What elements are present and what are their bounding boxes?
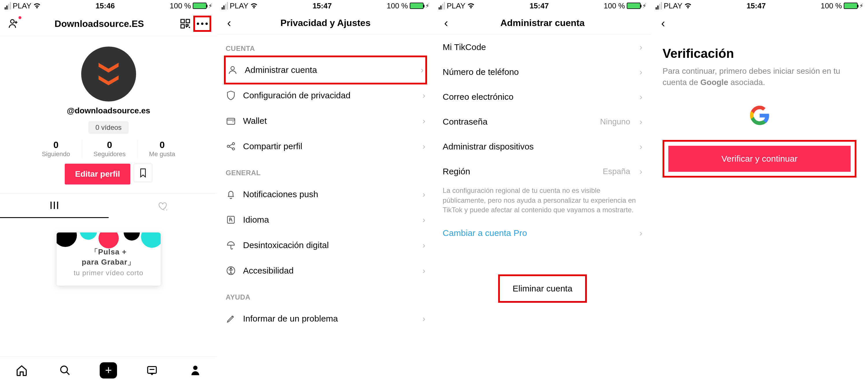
shield-icon	[226, 90, 236, 100]
umbrella-icon	[226, 240, 236, 250]
nav-inbox-icon[interactable]	[143, 362, 161, 379]
row-pro[interactable]: Cambiar a cuenta Pro ›	[434, 220, 651, 245]
row-report[interactable]: Informar de un problema ›	[217, 306, 434, 331]
battery-icon	[193, 3, 207, 9]
wifi-icon	[467, 3, 475, 9]
battery-icon	[844, 3, 858, 9]
username-label: @downloadsource.es	[0, 106, 217, 115]
section-ayuda: AYUDA	[217, 284, 434, 306]
row-wallet[interactable]: Wallet ›	[217, 108, 434, 134]
charging-icon: ⚡︎	[859, 2, 863, 9]
row-accessibility[interactable]: Accesibilidad ›	[217, 258, 434, 284]
status-time: 15:46	[96, 1, 115, 10]
svg-point-11	[141, 233, 161, 248]
svg-point-10	[124, 233, 140, 241]
chevron-right-icon: ›	[423, 90, 425, 100]
verify-continue-button[interactable]: Verificar y continuar	[668, 146, 851, 172]
decorative-blobs	[57, 233, 161, 250]
row-share[interactable]: Compartir perfil ›	[217, 134, 434, 159]
nav-search-icon[interactable]	[56, 362, 74, 379]
chevron-right-icon: ›	[423, 116, 425, 126]
row-manage-account[interactable]: Administrar cuenta ›	[224, 56, 427, 84]
verification-title: Verificación	[662, 46, 857, 61]
tab-liked[interactable]	[108, 194, 217, 218]
svg-point-4	[197, 23, 199, 25]
add-user-icon[interactable]	[7, 17, 20, 30]
stat-following[interactable]: 0 Siguiendo	[30, 140, 82, 158]
panel-verification: PLAY 15:47 100 %⚡︎ ‹ Verificación Para c…	[651, 0, 868, 384]
verification-description: Para continuar, primero debes iniciar se…	[662, 65, 857, 88]
chevron-right-icon: ›	[640, 167, 642, 176]
bookmark-button[interactable]	[134, 164, 152, 182]
row-password[interactable]: Contraseña Ninguno ›	[434, 109, 651, 134]
record-tip-card: 「Pulsa + para Grabar」 tu primer vídeo co…	[57, 233, 161, 286]
svg-point-22	[230, 268, 232, 269]
wifi-icon	[33, 3, 41, 9]
video-count-pill[interactable]: 0 vídeos	[88, 121, 129, 134]
back-button[interactable]: ‹	[657, 17, 670, 29]
edit-profile-button[interactable]: Editar perfil	[65, 164, 131, 184]
row-phone[interactable]: Número de teléfono ›	[434, 60, 651, 84]
svg-point-15	[231, 66, 234, 70]
nav-home-icon[interactable]	[13, 362, 30, 379]
section-general: GENERAL	[217, 159, 434, 182]
person-icon	[227, 65, 238, 75]
svg-point-7	[57, 233, 77, 247]
svg-point-12	[61, 366, 67, 373]
share-icon	[226, 141, 236, 151]
nav-header: ‹ Administrar cuenta	[434, 11, 651, 35]
svg-rect-1	[181, 19, 184, 23]
tab-grid[interactable]	[0, 194, 108, 218]
svg-point-0	[11, 20, 14, 23]
back-button[interactable]: ‹	[223, 17, 236, 29]
content-tabs	[0, 193, 217, 218]
chevron-right-icon: ›	[423, 266, 425, 275]
status-bar: PLAY 15:47 100 %⚡︎	[217, 0, 434, 11]
profile-header: Downloadsource.ES	[0, 11, 217, 36]
row-devices[interactable]: Administrar dispositivos ›	[434, 134, 651, 159]
chevron-right-icon: ›	[640, 67, 642, 77]
svg-rect-2	[186, 19, 190, 23]
row-privacy[interactable]: Configuración de privacidad ›	[217, 83, 434, 108]
svg-point-5	[201, 23, 204, 25]
signal-icon	[5, 2, 11, 9]
signal-icon	[222, 2, 228, 9]
panel-profile: PLAY 15:46 100 % ⚡︎ Downloadsource.ES @d…	[0, 0, 217, 384]
profile-avatar[interactable]	[81, 47, 136, 101]
qr-icon[interactable]	[179, 17, 192, 30]
status-bar: PLAY 15:47 100 %⚡︎	[651, 0, 868, 11]
nav-profile-icon[interactable]	[187, 362, 204, 379]
carrier-label: PLAY	[13, 1, 31, 10]
back-button[interactable]: ‹	[440, 17, 453, 29]
nav-header: ‹ Privacidad y Ajustes	[217, 11, 434, 35]
wifi-icon	[250, 3, 258, 9]
battery-icon	[627, 3, 641, 9]
row-language[interactable]: Idioma ›	[217, 207, 434, 233]
status-bar: PLAY 15:47 100 %⚡︎	[434, 0, 651, 11]
page-title: Administrar cuenta	[474, 18, 611, 28]
chevron-right-icon: ›	[423, 240, 425, 250]
stat-likes[interactable]: 0 Me gusta	[137, 140, 187, 158]
signal-icon	[656, 2, 662, 9]
row-region[interactable]: Región España ›	[434, 159, 651, 184]
signal-icon	[439, 2, 445, 9]
chevron-right-icon: ›	[640, 228, 642, 238]
stat-followers[interactable]: 0 Seguidores	[82, 140, 137, 158]
region-help-text: La configuración regional de tu cuenta n…	[434, 184, 651, 220]
battery-icon	[410, 3, 424, 9]
wallet-icon	[226, 116, 236, 126]
row-push[interactable]: Notificaciones push ›	[217, 182, 434, 207]
profile-title: Downloadsource.ES	[55, 19, 144, 29]
nav-create-button[interactable]: +	[100, 362, 117, 379]
panel-settings: PLAY 15:47 100 %⚡︎ ‹ Privacidad y Ajuste…	[217, 0, 434, 384]
row-tikcode[interactable]: Mi TikCode ›	[434, 35, 651, 60]
delete-account-button[interactable]: Eliminar cuenta	[498, 274, 587, 303]
more-options-icon[interactable]	[193, 16, 211, 32]
charging-icon: ⚡︎	[642, 2, 646, 9]
wifi-icon	[684, 3, 692, 9]
verify-button-highlight: Verificar y continuar	[662, 140, 857, 178]
chevron-right-icon: ›	[423, 314, 425, 324]
page-title: Privacidad y Ajustes	[257, 18, 394, 28]
row-email[interactable]: Correo electrónico ›	[434, 84, 651, 109]
row-detox[interactable]: Desintoxicación digital ›	[217, 233, 434, 258]
